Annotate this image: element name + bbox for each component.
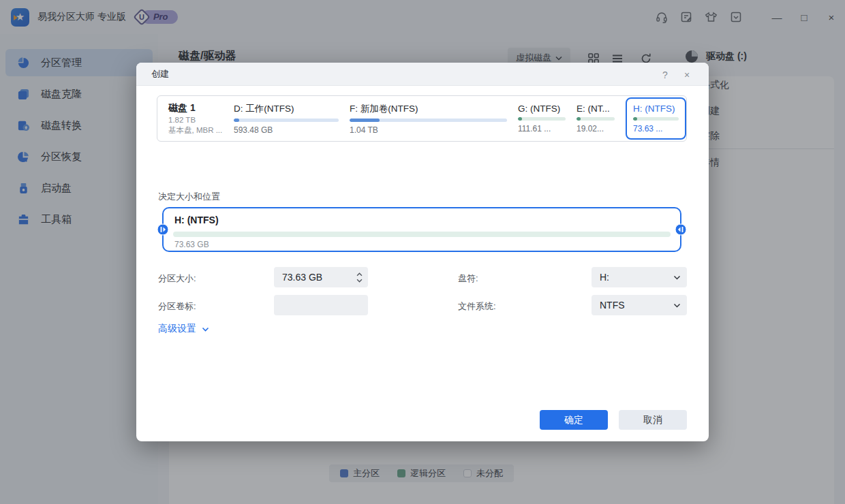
usage-bar [234,119,339,122]
cancel-button[interactable]: 取消 [619,410,687,430]
selected-partition-size: 73.63 GB [174,240,209,249]
partition-cell-f[interactable]: F: 新加卷(NTFS) 1.04 TB [350,103,518,135]
disk-size: 1.82 TB [168,116,234,124]
filesystem-value: NTFS [592,300,673,311]
drive-letter-select[interactable]: H: [592,267,687,287]
drive-letter-label: 盘符: [458,272,478,285]
dialog-close-icon[interactable]: × [680,68,694,82]
size-position-box: H: (NTFS) 73.63 GB [162,207,681,252]
dialog-title: 创建 [151,68,169,80]
volume-label-input[interactable] [274,295,368,315]
create-dialog: 创建 ? × 磁盘 1 1.82 TB 基本盘, MBR ... D: 工作(N… [136,63,709,441]
selected-partition-name: H: (NTFS) [174,215,219,225]
resize-handle-left[interactable] [157,223,169,236]
chevron-down-icon [202,327,209,332]
resize-handle-right[interactable] [675,223,687,236]
usage-bar [350,119,507,122]
volume-label-label: 分区卷标: [158,300,196,313]
chevron-down-icon [673,275,681,280]
partition-cell-g[interactable]: G: (NTFS) 111.61 ... [518,104,577,133]
disk-info: 磁盘 1 1.82 TB 基本盘, MBR ... [168,102,234,136]
chevron-up-icon[interactable] [356,272,363,277]
advanced-settings-link[interactable]: 高级设置 [158,323,209,335]
disk-name: 磁盘 1 [168,102,234,114]
partition-size-label: 分区大小: [158,272,196,285]
filesystem-label: 文件系统: [458,300,496,313]
partition-size-stepper[interactable]: 73.63 GB [274,267,368,287]
disk-type: 基本盘, MBR ... [168,125,234,136]
usage-bar [518,117,566,121]
partition-cell-e[interactable]: E: (NT... 19.02... [577,104,626,133]
partition-cell-h-selected[interactable]: H: (NTFS) 73.63 ... [626,97,686,140]
usage-bar [633,117,679,121]
size-section-label: 决定大小和位置 [158,191,220,203]
ok-button[interactable]: 确定 [540,410,608,430]
partition-size-value: 73.63 GB [274,272,356,283]
usage-bar [577,117,615,121]
chevron-down-icon [673,303,681,308]
partition-cell-d[interactable]: D: 工作(NTFS) 593.48 GB [234,103,350,135]
advanced-settings-label: 高级设置 [158,323,196,335]
filesystem-select[interactable]: NTFS [592,295,687,315]
partition-extent-bar [173,232,671,237]
dialog-header: 创建 [136,63,709,86]
help-icon[interactable]: ? [658,68,672,82]
chevron-down-icon[interactable] [356,279,363,283]
disk-strip: 磁盘 1 1.82 TB 基本盘, MBR ... D: 工作(NTFS) 59… [157,95,687,142]
drive-letter-value: H: [592,272,673,283]
